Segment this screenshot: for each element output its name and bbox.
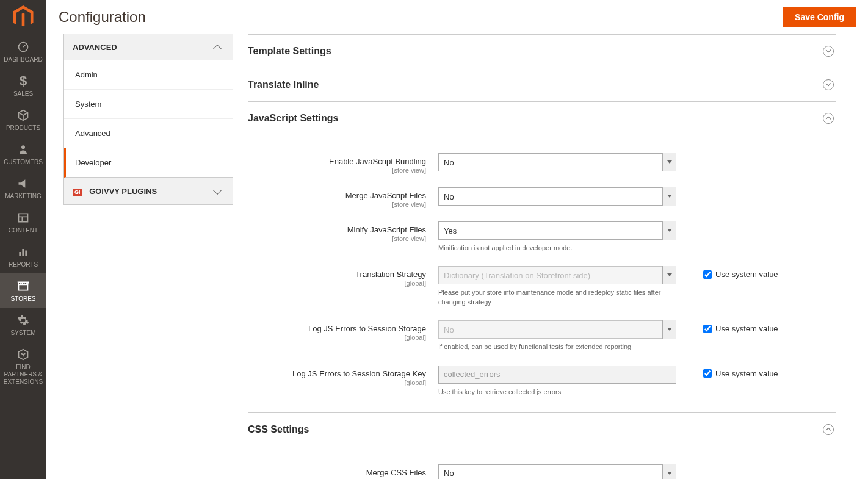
collapse-icon [823,113,834,124]
collapse-icon [823,424,834,435]
field-label: Translation Strategy [355,270,426,279]
config-section-goivvy: GI GOIVVY PLUGINS [63,178,233,205]
chevron-down-icon [213,185,222,194]
magento-logo-icon [13,5,34,29]
field-note: If enabled, can be used by functional te… [438,342,676,351]
store-icon [17,279,29,293]
page-header: Configuration Save Config [46,0,868,34]
svg-rect-2 [19,214,28,221]
save-config-button[interactable]: Save Config [783,7,856,27]
fieldset-translate-toggle[interactable]: Translate Inline [248,68,836,102]
nav-products[interactable]: PRODUCTS [0,103,46,137]
nav-label: CONTENT [9,227,38,234]
minify-js-select[interactable]: Yes [438,221,676,240]
magento-logo[interactable] [0,0,46,34]
field-label: Minify JavaScript Files [347,225,426,234]
nav-label: MARKETING [5,193,41,200]
config-section-label: GI GOIVVY PLUGINS [73,187,157,196]
chevron-up-icon [213,44,222,52]
use-system-label: Use system value [715,324,778,333]
chart-icon [17,245,29,259]
field-translation-strategy: Translation Strategy [global] Dictionary… [248,262,836,317]
nav-reports[interactable]: REPORTS [0,239,46,273]
enable-js-bundling-select[interactable]: No [438,153,676,171]
field-log-js-errors: Log JS Errors to Session Storage [global… [248,317,836,361]
svg-rect-5 [19,252,21,256]
config-section-advanced: ADVANCED Admin System Advanced Developer [63,34,233,178]
config-nav: ADVANCED Admin System Advanced Developer… [46,34,233,479]
person-icon [18,143,29,156]
nav-customers[interactable]: CUSTOMERS [0,137,46,171]
fieldset-css-settings: CSS Settings Merge CSS Files [store view… [248,412,836,479]
fieldset-javascript-toggle[interactable]: JavaScript Settings [248,102,836,135]
megaphone-icon [17,177,29,190]
config-item-developer[interactable]: Developer [64,148,233,178]
plugin-badge-icon: GI [73,189,82,196]
fieldset-title: Translate Inline [248,79,319,90]
field-label: Merge JavaScript Files [345,191,426,200]
nav-marketing[interactable]: MARKETING [0,171,46,205]
partners-icon [17,348,29,361]
field-scope: [global] [248,279,426,287]
field-label: Log JS Errors to Session Storage Key [292,369,426,378]
config-section-advanced-toggle[interactable]: ADVANCED [64,34,233,60]
expand-icon [823,79,834,90]
nav-dashboard[interactable]: DASHBOARD [0,34,46,68]
nav-partners[interactable]: FIND PARTNERS & EXTENSIONS [0,342,46,391]
field-scope: [store view] [248,201,426,208]
field-note: Minification is not applied in developer… [438,243,676,253]
field-scope: [store view] [248,167,426,174]
nav-system[interactable]: SYSTEM [0,308,46,342]
log-js-errors-key-input [438,366,676,384]
fieldset-css-toggle[interactable]: CSS Settings [248,413,836,446]
translation-strategy-select: Dictionary (Translation on Storefront si… [438,266,676,284]
nav-label: SYSTEM [10,330,35,337]
dashboard-icon [17,40,29,54]
nav-label: CUSTOMERS [4,159,43,166]
use-system-log-js-errors-key[interactable] [703,369,712,378]
config-item-admin[interactable]: Admin [64,60,233,89]
use-system-log-js-errors[interactable] [703,325,712,333]
config-section-label: ADVANCED [73,43,117,52]
fieldset-title: CSS Settings [248,424,309,435]
use-system-translation-strategy[interactable] [703,270,712,279]
config-section-goivvy-toggle[interactable]: GI GOIVVY PLUGINS [64,178,233,204]
svg-rect-6 [22,249,24,256]
nav-label: FIND PARTNERS & EXTENSIONS [2,364,44,386]
nav-label: DASHBOARD [4,56,42,63]
field-label: Log JS Errors to Session Storage [308,324,426,333]
page-title: Configuration [59,9,783,26]
nav-label: REPORTS [9,261,38,268]
fieldset-title: Template Settings [248,46,331,57]
merge-css-select[interactable]: No [438,464,676,479]
nav-label: SALES [13,90,33,98]
config-content: Template Settings Translate Inline JavaS… [233,34,853,479]
use-system-label: Use system value [715,369,778,378]
field-merge-js: Merge JavaScript Files [store view] No [248,184,836,218]
config-item-advanced[interactable]: Advanced [64,118,233,148]
expand-icon [823,46,834,57]
layout-icon [17,211,29,225]
fieldset-javascript-settings: JavaScript Settings Enable JavaScript Bu… [248,102,836,412]
svg-rect-7 [25,251,27,256]
field-note: Please put your store into maintenance m… [438,288,676,307]
field-scope: [global] [248,379,426,386]
dollar-icon: $ [20,74,27,88]
field-enable-js-bundling: Enable JavaScript Bundling [store view] … [248,149,836,184]
field-label: Merge CSS Files [366,468,426,477]
config-item-system[interactable]: System [64,89,233,118]
nav-stores[interactable]: STORES [0,273,46,308]
field-minify-js: Minify JavaScript Files [store view] Yes… [248,218,836,262]
nav-label: STORES [11,295,36,303]
field-log-js-errors-key: Log JS Errors to Session Storage Key [gl… [248,362,836,406]
merge-js-select[interactable]: No [438,187,676,206]
field-label: Enable JavaScript Bundling [329,157,426,166]
nav-sales[interactable]: $ SALES [0,68,46,103]
nav-label: PRODUCTS [6,124,40,132]
use-system-label: Use system value [715,270,778,279]
field-merge-css: Merge CSS Files [store view] No [248,461,836,479]
nav-content[interactable]: CONTENT [0,205,46,239]
field-note: Use this key to retrieve collected js er… [438,387,676,397]
gear-icon [17,314,29,327]
fieldset-template-toggle[interactable]: Template Settings [248,35,836,68]
